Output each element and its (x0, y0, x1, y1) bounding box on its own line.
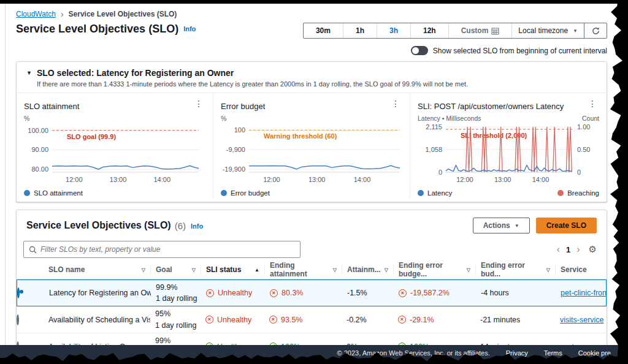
time-range-30m-button[interactable]: 30m (304, 23, 343, 38)
chevron-down-icon: ▼ (515, 223, 519, 229)
svg-text:100.00: 100.00 (28, 127, 48, 134)
error-circle-icon: × (398, 316, 406, 324)
table-settings-gear-icon[interactable]: ⚙ (589, 244, 597, 255)
legend-dot-icon (418, 190, 424, 196)
footer-link-cookie-pre[interactable]: Cookie pre (578, 349, 611, 357)
svg-text:-19,900: -19,900 (223, 165, 245, 173)
svg-text:1.00: 1.00 (577, 123, 590, 131)
cell-value: -29.1% (410, 316, 434, 324)
legend-label: Error budget (231, 189, 270, 197)
chart-menu-kebab-icon[interactable]: ⋮ (586, 98, 599, 109)
column-header-slo-name[interactable]: SLO name▽ (44, 264, 150, 275)
cell-value: 93.5% (281, 316, 302, 324)
column-header-ending-error-bud[interactable]: Ending error bud...▽ (475, 264, 555, 275)
chart-1-column: SLO attainment⋮%100.0090.0080.0012:0013:… (17, 93, 213, 198)
legend-dot-icon (221, 190, 227, 196)
time-range-1h-button[interactable]: 1h (343, 23, 377, 38)
svg-text:SLO goal (99.9): SLO goal (99.9) (67, 133, 116, 140)
next-page-button[interactable]: › (576, 244, 580, 255)
svg-text:0: 0 (438, 169, 442, 176)
table-count: (6) (175, 221, 186, 231)
svg-text:0.50: 0.50 (577, 146, 590, 153)
error-budget-time: -4 hours (476, 289, 556, 297)
chart-plot: 100.0090.0080.0012:0013:0014:00SLO goal … (24, 122, 205, 186)
pagination: ‹ 1 › ⚙ (557, 244, 597, 255)
svg-text:80.00: 80.00 (31, 165, 48, 173)
cell-value: 80.3% (281, 289, 303, 297)
chart-menu-kebab-icon[interactable]: ⋮ (389, 98, 402, 109)
legend-label: SLO attainment (34, 189, 83, 197)
error-circle-icon: × (206, 289, 214, 297)
svg-text:14:00: 14:00 (532, 176, 550, 183)
sort-down-icon: ▽ (546, 267, 550, 273)
slo-name: Latency for Registering an Owner (44, 289, 151, 297)
page-title: Service Level Objectives (SLO) (16, 23, 178, 36)
show-slo-toggle[interactable] (411, 46, 428, 55)
filter-input[interactable] (40, 245, 295, 254)
error-circle-icon: × (270, 289, 278, 297)
legend-label: Breaching (567, 189, 599, 197)
table-row[interactable]: Availability of Scheduling a Visit95%1 d… (17, 306, 607, 333)
svg-text:14:00: 14:00 (153, 176, 170, 183)
chevron-down-icon: ▼ (573, 28, 578, 34)
slo-table-panel: Service Level Objectives (SLO) (6) Info … (16, 210, 607, 345)
refresh-icon (591, 26, 600, 36)
footer: © 2023, Amazon Web Services, Inc. or its… (0, 345, 628, 364)
chart-menu-kebab-icon[interactable]: ⋮ (192, 98, 205, 109)
current-page[interactable]: 1 (566, 245, 570, 254)
table-header-row: SLO name▽Goal▽SLI status▲Ending attainme… (17, 263, 607, 279)
calendar-icon (491, 27, 499, 35)
create-slo-button[interactable]: Create SLO (536, 218, 597, 233)
breadcrumb-cloudwatch-link[interactable]: CloudWatch (16, 10, 56, 18)
column-header-sli-status[interactable]: SLI status▲ (201, 264, 264, 275)
column-header-goal[interactable]: Goal▽ (150, 264, 201, 275)
footer-link-terms[interactable]: Terms (544, 349, 562, 357)
error-circle-icon: × (205, 316, 213, 324)
time-range-3h-button[interactable]: 3h (377, 23, 411, 38)
column-header-attainm[interactable]: Attainm...▽ (342, 264, 393, 275)
chart-title: SLI: POST /api/customer/owners Latency (418, 102, 564, 111)
table-row[interactable]: Latency for Registering an Owner99.9%1 d… (17, 279, 607, 306)
sort-down-icon: ▽ (192, 267, 196, 273)
svg-text:13:00: 13:00 (110, 176, 127, 183)
sort-up-icon: ▲ (255, 267, 259, 273)
page-info-link[interactable]: Info (183, 25, 196, 32)
chart-legend: LatencyBreaching (418, 189, 599, 197)
time-range-12h-button[interactable]: 12h (411, 23, 449, 38)
chart-3-column: SLI: POST /api/customer/owners Latency⋮L… (410, 93, 607, 198)
filter-input-box (23, 241, 301, 258)
svg-text:14:00: 14:00 (354, 176, 371, 183)
svg-text:13:00: 13:00 (494, 176, 511, 183)
left-divider (5, 4, 6, 345)
slo-selected-panel: ▼ SLO selected: Latency for Registering … (16, 61, 607, 202)
table-info-link[interactable]: Info (191, 222, 203, 230)
goal-cell: 99%1 day rolling (150, 335, 201, 345)
legend-label: Latency (427, 189, 452, 197)
prev-page-button[interactable]: ‹ (557, 244, 560, 255)
svg-text:Warning threshold (60): Warning threshold (60) (264, 132, 337, 140)
chart-axis-units: % (24, 115, 205, 122)
chart-axis-units: Latency • MillisecondsCount (418, 115, 599, 122)
column-header-ending-error-budge[interactable]: Ending error budge...▽ (393, 264, 475, 275)
table-row[interactable]: Availability of Listing Owners99%1 day r… (17, 333, 607, 345)
collapse-caret-icon[interactable]: ▼ (26, 70, 32, 76)
footer-link-privacy[interactable]: Privacy (506, 349, 528, 357)
goal-cell: 95%1 day rolling (150, 308, 201, 330)
time-range-custom-button[interactable]: Custom (449, 23, 513, 38)
column-header-service[interactable]: Service (555, 264, 607, 275)
chart-legend: SLO attainment (24, 189, 205, 197)
actions-button[interactable]: Actions ▼ (473, 218, 530, 233)
timezone-select[interactable]: Local timezone ▼ (512, 23, 584, 38)
svg-text:12:00: 12:00 (66, 176, 83, 183)
goal-cell: 99.9%1 day rolling (151, 282, 201, 304)
refresh-button[interactable] (584, 23, 607, 38)
column-header-ending-attainment[interactable]: Ending attainment▽ (264, 264, 342, 275)
service-link[interactable]: pet-clinic-frontend (561, 289, 606, 297)
slo-panel-title: SLO selected: Latency for Registering an… (37, 68, 234, 78)
row-radio-button[interactable] (17, 314, 19, 325)
cloudwatch-page: CloudWatch › Service Level Objectives (S… (0, 4, 628, 345)
service-link[interactable]: visits-service (560, 316, 604, 324)
chart-legend: Error budget (221, 189, 402, 197)
row-radio-button[interactable] (17, 287, 20, 298)
slo-name: Availability of Scheduling a Visit (44, 316, 150, 324)
